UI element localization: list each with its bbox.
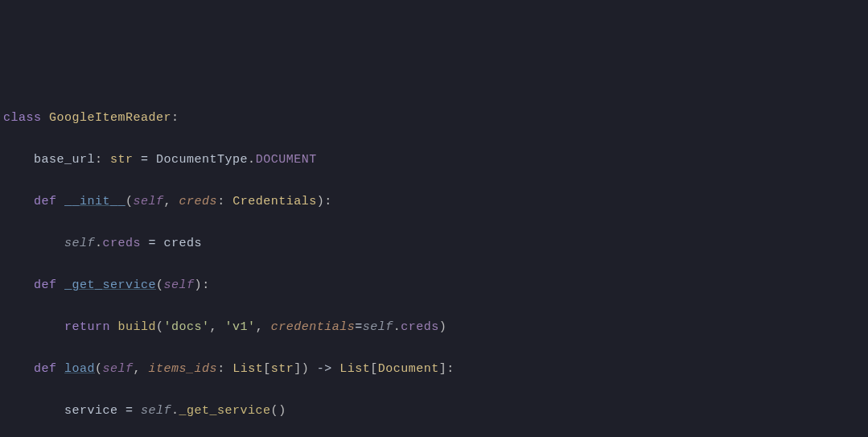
self: self xyxy=(141,404,171,418)
lparen: ( xyxy=(156,278,164,292)
code-line-6: return build('docs', 'v1', credentials=s… xyxy=(0,317,868,338)
attr-name: base_url xyxy=(34,153,95,167)
attr-creds: creds xyxy=(401,320,439,334)
equals: = xyxy=(134,153,157,167)
class-name: GoogleItemReader xyxy=(49,111,171,125)
type-str: str xyxy=(110,153,134,167)
var-service: service xyxy=(64,404,118,418)
lparen: ( xyxy=(156,320,164,334)
colon: : xyxy=(217,195,232,208)
dot: . xyxy=(248,153,256,167)
type-str: str xyxy=(271,362,294,376)
equals: = xyxy=(355,320,363,334)
rbracket: ] xyxy=(294,362,302,376)
rparen: ) xyxy=(317,195,325,208)
param-self: self xyxy=(103,362,134,376)
keyword-def: def xyxy=(34,278,57,292)
code-line-5: def _get_service(self): xyxy=(0,275,868,296)
colon: : xyxy=(202,278,210,292)
equals: = xyxy=(118,404,142,418)
lparen: ( xyxy=(95,362,103,376)
func-load: load xyxy=(64,362,95,376)
comma: , xyxy=(164,195,179,208)
code-line-4: self.creds = creds xyxy=(0,233,868,254)
code-line-8: service = self._get_service() xyxy=(0,401,868,422)
keyword-def: def xyxy=(34,362,57,376)
code-line-2: base_url: str = DocumentType.DOCUMENT xyxy=(0,150,868,171)
self: self xyxy=(64,237,95,250)
code-line-1: class GoogleItemReader: xyxy=(0,108,868,129)
func-get-service: _get_service xyxy=(64,278,156,292)
const: DOCUMENT xyxy=(256,153,317,167)
call-get-service: _get_service xyxy=(179,404,271,418)
keyword-return: return xyxy=(64,320,110,334)
comma: , xyxy=(210,320,225,334)
colon: : xyxy=(171,111,179,125)
rparen: ) xyxy=(278,404,286,418)
call-build: build xyxy=(118,320,157,334)
rparen: ) xyxy=(439,320,447,334)
attr-creds: creds xyxy=(103,237,142,250)
param-self: self xyxy=(134,195,164,208)
var-creds: creds xyxy=(164,237,203,250)
str-docs: 'docs' xyxy=(164,320,210,334)
dot: . xyxy=(393,320,401,334)
keyword-class: class xyxy=(3,111,42,125)
rbracket: ] xyxy=(439,362,447,376)
colon: : xyxy=(217,362,232,376)
rparen: ) xyxy=(195,278,203,292)
str-v1: 'v1' xyxy=(225,320,256,334)
rparen: ) xyxy=(302,362,310,376)
lparen: ( xyxy=(125,195,134,208)
kwarg-credentials: credentials xyxy=(271,320,356,334)
ret-type-list: List xyxy=(339,362,370,376)
type-credentials: Credentials xyxy=(232,195,317,208)
param-creds: creds xyxy=(179,195,218,208)
obj: DocumentType xyxy=(156,153,248,167)
func-init: __init__ xyxy=(64,195,125,208)
ret-inner-document: Document xyxy=(378,362,439,376)
arrow: -> xyxy=(309,362,339,376)
dot: . xyxy=(171,404,179,418)
lbracket: [ xyxy=(370,362,378,376)
colon: : xyxy=(446,362,455,376)
keyword-def: def xyxy=(34,195,57,208)
self: self xyxy=(363,320,393,334)
dot: . xyxy=(95,237,103,250)
param-items-ids: items_ids xyxy=(149,362,218,376)
code-line-3: def __init__(self, creds: Credentials): xyxy=(0,192,868,212)
code-editor[interactable]: class GoogleItemReader: base_url: str = … xyxy=(0,87,868,437)
equals: = xyxy=(141,237,164,250)
lparen: ( xyxy=(271,404,279,418)
colon: : xyxy=(324,195,332,208)
comma: , xyxy=(134,362,149,376)
comma: , xyxy=(256,320,271,334)
colon: : xyxy=(95,153,110,167)
type-list: List xyxy=(232,362,263,376)
code-line-7: def load(self, items_ids: List[str]) -> … xyxy=(0,359,868,380)
param-self: self xyxy=(164,278,195,292)
lbracket: [ xyxy=(263,362,271,376)
